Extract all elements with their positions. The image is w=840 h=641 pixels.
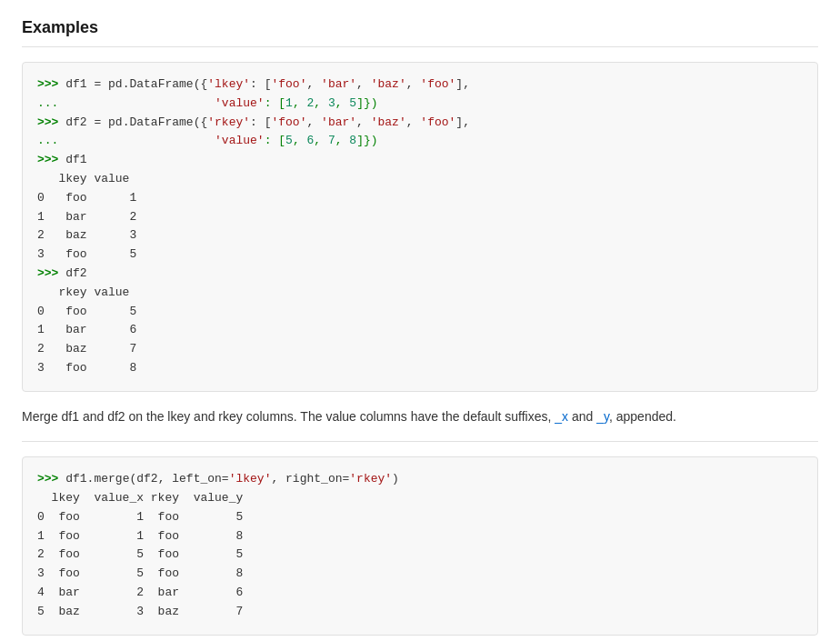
code-line-4: df2 [65,266,86,280]
output-merge-header: lkey value_x rkey value_y [37,491,243,505]
code-line-5: df1.merge(df2, left_on='lkey', right_on=… [65,472,399,486]
prompt-1: >>> [37,77,65,91]
code-block-1: >>> df1 = pd.DataFrame({'lkey': ['foo', … [22,62,818,392]
prompt-4: >>> [37,266,65,280]
output-df2-row1: 1 bar 6 [37,323,136,336]
output-df2-row3: 3 foo 8 [37,361,136,375]
output-merge-row3: 3 foo 5 foo 8 [37,566,243,580]
output-df1-row2: 2 baz 3 [37,228,136,242]
code-line-3: df1 [65,153,86,166]
prompt-3: >>> [37,153,65,166]
output-df2-row0: 0 foo 5 [37,305,136,318]
suffix-x: _x [555,409,568,424]
output-df1-row3: 3 foo 5 [37,247,136,261]
prompt-2: >>> [37,115,65,129]
code-block-2: >>> df1.merge(df2, left_on='lkey', right… [22,456,818,635]
output-df2-header: rkey value [37,285,129,299]
output-merge-row2: 2 foo 5 foo 5 [37,547,243,561]
output-df1-row1: 1 bar 2 [37,210,136,224]
output-df1-header: lkey value [37,172,129,185]
output-merge-row5: 5 baz 3 baz 7 [37,605,243,618]
suffix-y: _y [596,409,609,424]
output-merge-row0: 0 foo 1 foo 5 [37,510,243,524]
code-continuation-2: ... 'value': [5, 6, 7, 8]}) [37,134,378,147]
output-df1-row0: 0 foo 1 [37,191,136,205]
output-merge-row4: 4 bar 2 bar 6 [37,586,243,599]
output-df2-row2: 2 baz 7 [37,342,136,356]
section-title: Examples [22,18,818,47]
description-text: Merge df1 and df2 on the lkey and rkey c… [22,406,818,442]
code-line-1: df1 = pd.DataFrame({'lkey': ['foo', 'bar… [65,77,470,91]
code-continuation-1: ... 'value': [1, 2, 3, 5]}) [37,96,378,110]
output-merge-row1: 1 foo 1 foo 8 [37,529,243,543]
code-line-2: df2 = pd.DataFrame({'rkey': ['foo', 'bar… [65,115,470,129]
prompt-5: >>> [37,472,65,486]
